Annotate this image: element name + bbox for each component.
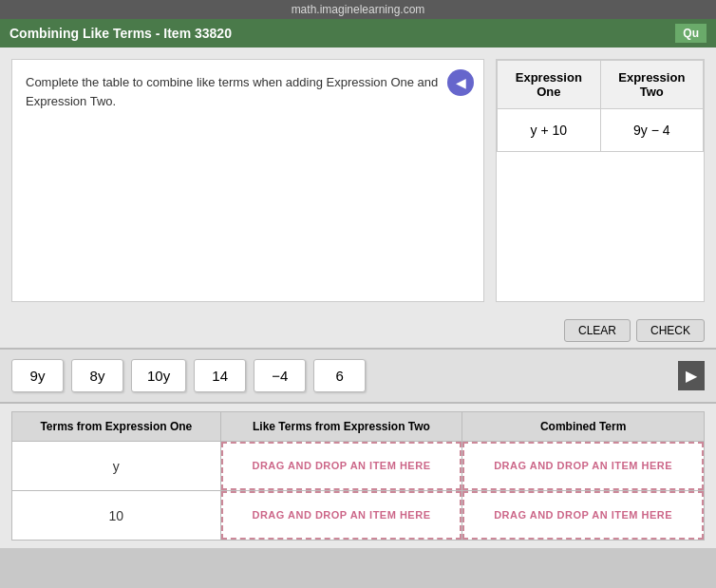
drop-zone-10-like[interactable]: DRAG AND DROP AN ITEM HERE (220, 491, 462, 541)
top-bar: math.imaginelearning.com (0, 0, 716, 19)
right-panel: Expression One Expression Two y + 10 9y … (496, 59, 705, 302)
table-row: 10 DRAG AND DROP AN ITEM HERE DRAG AND D… (12, 491, 705, 541)
expression-two-header: Expression Two (600, 61, 703, 109)
expression-one-header: Expression One (498, 61, 601, 109)
page-title: Combining Like Terms - Item 33820 (9, 26, 232, 41)
bottom-table: Terms from Expression One Like Terms fro… (11, 411, 705, 541)
scroll-right-button[interactable]: ▶ (678, 361, 705, 390)
drag-area: 9y 8y 10y 14 −4 6 ▶ (0, 348, 716, 404)
qu-badge: Qu (675, 24, 707, 43)
expression-one-value: y + 10 (498, 109, 601, 152)
drop-zone-y-like[interactable]: DRAG AND DROP AN ITEM HERE (220, 442, 462, 491)
audio-icon: ◀ (456, 75, 466, 90)
bottom-table-area: Terms from Expression One Like Terms fro… (0, 404, 716, 548)
check-button[interactable]: CHECK (636, 319, 705, 342)
controls-bar: CLEAR CHECK (0, 313, 716, 348)
clear-button[interactable]: CLEAR (564, 319, 631, 342)
col-header-terms: Terms from Expression One (12, 412, 221, 442)
term-y-cell: y (12, 442, 221, 491)
instructions-text: Complete the table to combine like terms… (26, 73, 470, 110)
audio-button[interactable]: ◀ (447, 69, 474, 96)
table-row: y DRAG AND DROP AN ITEM HERE DRAG AND DR… (12, 442, 705, 491)
drag-tile-9y[interactable]: 9y (11, 359, 64, 392)
drag-tile-neg4[interactable]: −4 (254, 359, 306, 392)
expression-two-value: 9y − 4 (600, 109, 703, 152)
drag-tile-10y[interactable]: 10y (131, 359, 186, 392)
term-10-cell: 10 (12, 491, 221, 541)
left-panel: ◀ Complete the table to combine like ter… (11, 59, 484, 302)
title-bar: Combining Like Terms - Item 33820 Qu (0, 19, 716, 47)
drag-tile-6[interactable]: 6 (313, 359, 366, 392)
col-header-combined: Combined Term (462, 412, 705, 442)
drop-zone-10-combined[interactable]: DRAG AND DROP AN ITEM HERE (462, 491, 705, 541)
drag-tile-14[interactable]: 14 (194, 359, 246, 392)
drop-zone-y-combined[interactable]: DRAG AND DROP AN ITEM HERE (462, 442, 705, 491)
col-header-like-terms: Like Terms from Expression Two (220, 412, 462, 442)
main-content: ◀ Complete the table to combine like ter… (0, 47, 716, 313)
url-display: math.imaginelearning.com (292, 3, 425, 16)
expression-table: Expression One Expression Two y + 10 9y … (497, 60, 704, 152)
drag-tile-8y[interactable]: 8y (71, 359, 123, 392)
